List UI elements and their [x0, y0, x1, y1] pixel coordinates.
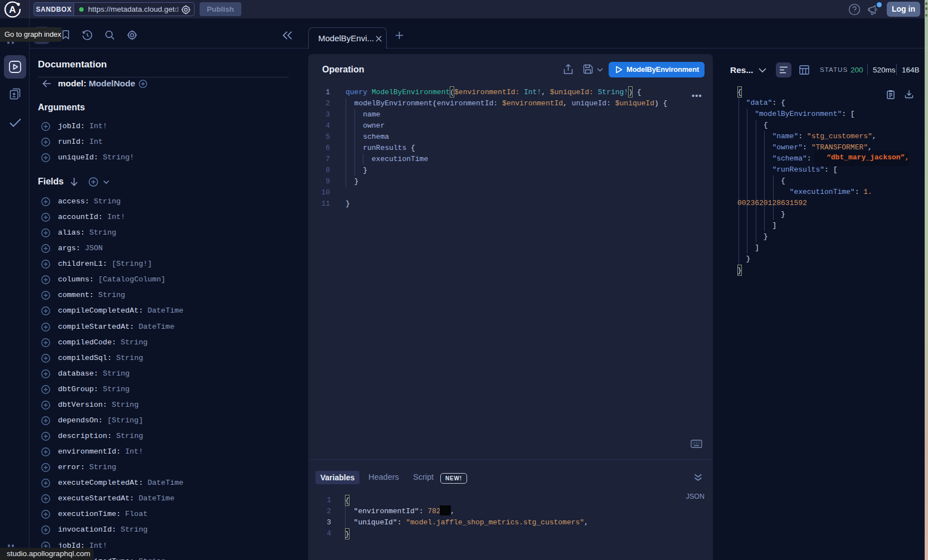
svg-text:A: A: [9, 4, 16, 15]
